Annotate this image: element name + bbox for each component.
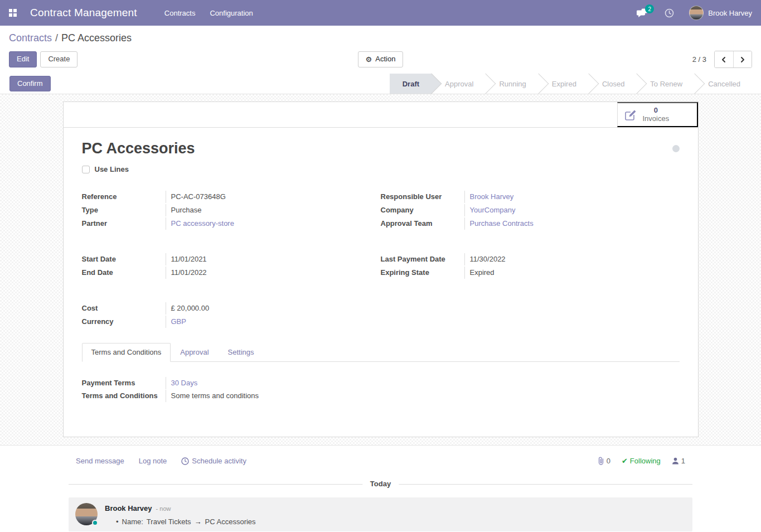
activities-menu-button[interactable] — [658, 0, 680, 26]
status-step-draft[interactable]: Draft — [390, 74, 432, 94]
kanban-state-dot[interactable] — [672, 145, 680, 152]
end-date-label: End Date — [82, 267, 166, 279]
messages-menu-button[interactable]: 2 — [631, 0, 655, 26]
attachments-count: 0 — [607, 457, 610, 465]
end-date-value: 11/01/2022 — [166, 267, 207, 279]
terms-value: Some terms and conditions — [166, 390, 259, 402]
log-note-button[interactable]: Log note — [139, 457, 167, 465]
payment-terms-link[interactable]: 30 Days — [171, 379, 198, 387]
form-statusbar: Confirm Draft Approval Running Expired C… — [0, 74, 761, 94]
type-label: Type — [82, 204, 166, 216]
attachments-button[interactable]: 0 — [598, 457, 610, 465]
date-divider-label: Today — [362, 480, 399, 488]
pager-counter: 2 / 3 — [692, 55, 706, 64]
control-panel: Contracts/PC Accessories Edit Create ⚙ A… — [0, 26, 761, 74]
responsible-user-label: Responsible User — [381, 191, 465, 203]
action-button[interactable]: ⚙ Action — [358, 51, 404, 67]
schedule-activity-button[interactable]: Schedule activity — [181, 457, 246, 465]
arrow-right-icon: → — [195, 518, 202, 526]
messages-count-badge: 2 — [645, 4, 654, 13]
schedule-activity-label: Schedule activity — [192, 457, 246, 465]
invoices-stat-button[interactable]: 0 Invoices — [617, 102, 698, 127]
person-icon — [672, 457, 679, 465]
field-row-partner: Partner PC accessory-store — [82, 217, 354, 230]
breadcrumb-separator: / — [55, 32, 58, 43]
field-row-payment-terms: Payment Terms 30 Days — [82, 376, 381, 390]
invoices-label: Invoices — [643, 115, 670, 123]
tracking-old-value: Travel Tickets — [147, 518, 191, 526]
record-title: PC Accessories — [82, 140, 195, 157]
tab-approval[interactable]: Approval — [171, 343, 218, 362]
contract-management-app: Contract Management Contracts Configurat… — [0, 0, 761, 532]
pager-previous-button[interactable] — [715, 51, 733, 67]
field-row-reference: Reference PC-AC-073648G — [82, 190, 354, 204]
invoices-count: 0 — [643, 107, 670, 115]
create-button[interactable]: Create — [40, 51, 77, 67]
reference-value: PC-AC-073648G — [166, 191, 226, 203]
button-box: 0 Invoices — [64, 102, 698, 128]
notebook-tabs: Terms and Conditions Approval Settings — [82, 343, 680, 362]
cost-label: Cost — [82, 302, 166, 315]
edit-button[interactable]: Edit — [9, 51, 37, 67]
clock-icon — [665, 8, 674, 18]
terms-label: Terms and Conditions — [82, 390, 166, 402]
company-link[interactable]: YourCompany — [470, 206, 516, 214]
form-sheet: 0 Invoices PC Accessories Use Lines — [63, 101, 699, 437]
form-view-background: 0 Invoices PC Accessories Use Lines — [0, 94, 761, 445]
followers-button[interactable]: 1 — [672, 457, 685, 465]
followers-count: 1 — [681, 457, 685, 465]
check-icon: ✔ — [622, 457, 628, 465]
top-navbar: Contract Management Contracts Configurat… — [0, 0, 761, 26]
partner-link[interactable]: PC accessory-store — [171, 219, 234, 228]
chevron-right-icon — [740, 56, 745, 63]
field-row-company: Company YourCompany — [381, 204, 680, 217]
pencil-edit-icon — [623, 108, 638, 122]
user-menu[interactable]: Brook Harvey — [684, 0, 754, 26]
start-date-label: Start Date — [82, 253, 166, 265]
menu-configuration[interactable]: Configuration — [202, 0, 260, 26]
following-button[interactable]: ✔ Following — [622, 457, 661, 465]
currency-label: Currency — [82, 316, 166, 328]
use-lines-checkbox[interactable] — [82, 166, 90, 173]
tracking-new-value: PC Accessories — [205, 518, 256, 526]
tab-terms-and-conditions[interactable]: Terms and Conditions — [82, 343, 171, 362]
message-author-name[interactable]: Brook Harvey — [105, 504, 152, 512]
tab-settings[interactable]: Settings — [219, 343, 264, 362]
last-payment-date-value: 11/30/2022 — [465, 253, 506, 265]
gear-icon: ⚙ — [366, 56, 372, 63]
use-lines-label: Use Lines — [95, 165, 129, 173]
user-name: Brook Harvey — [708, 9, 752, 17]
send-message-button[interactable]: Send message — [76, 457, 124, 465]
chatter-message: Brook Harvey - now • Name: Travel Ticket… — [69, 497, 692, 531]
field-row-approval-team: Approval Team Purchase Contracts — [381, 217, 680, 230]
tracking-field-label: Name: — [122, 518, 143, 526]
field-row-cost: Cost £ 20,000.00 — [82, 302, 354, 315]
field-row-end-date: End Date 11/01/2022 — [82, 266, 354, 279]
app-title[interactable]: Contract Management — [30, 7, 137, 19]
breadcrumb: Contracts/PC Accessories — [9, 32, 752, 44]
responsible-user-link[interactable]: Brook Harvey — [470, 192, 514, 201]
action-button-label: Action — [375, 55, 395, 63]
company-label: Company — [381, 204, 465, 216]
last-payment-date-label: Last Payment Date — [381, 253, 465, 265]
chevron-left-icon — [721, 56, 726, 63]
online-status-dot — [92, 520, 98, 526]
menu-contracts[interactable]: Contracts — [157, 0, 203, 26]
following-label: Following — [630, 457, 661, 465]
partner-label: Partner — [82, 217, 166, 230]
message-timestamp: - now — [156, 505, 171, 512]
field-row-expiring-state: Expiring State Expired — [381, 266, 680, 279]
breadcrumb-contracts-link[interactable]: Contracts — [9, 32, 52, 43]
confirm-button[interactable]: Confirm — [9, 76, 51, 91]
apps-menu-button[interactable] — [0, 0, 26, 26]
approval-team-link[interactable]: Purchase Contracts — [470, 219, 534, 228]
field-row-start-date: Start Date 11/01/2021 — [82, 253, 354, 266]
tracking-change-line: • Name: Travel Tickets → PC Accessories — [105, 518, 256, 526]
status-steps: Draft Approval Running Expired Closed To… — [390, 74, 753, 94]
currency-link[interactable]: GBP — [171, 317, 186, 326]
field-row-responsible-user: Responsible User Brook Harvey — [381, 190, 680, 204]
chatter: Send message Log note Schedule activity — [0, 445, 761, 531]
use-lines-field: Use Lines — [82, 165, 680, 173]
expiring-state-value: Expired — [465, 267, 495, 279]
pager-next-button[interactable] — [733, 51, 752, 67]
